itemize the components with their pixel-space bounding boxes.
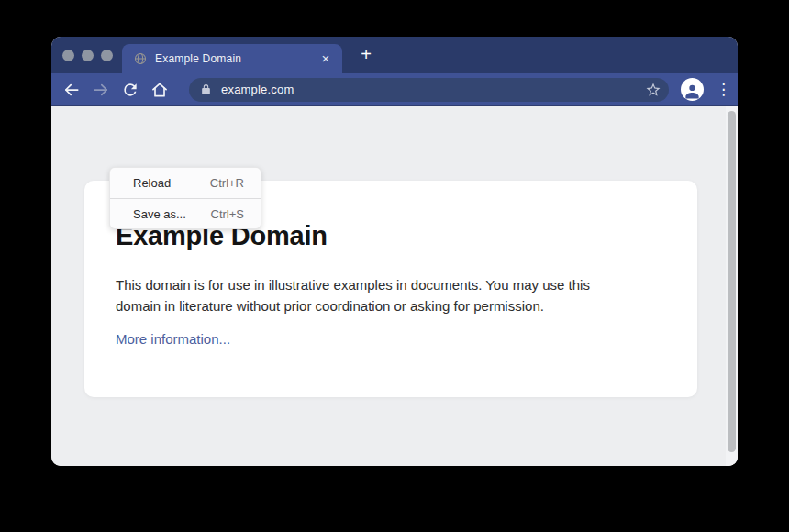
profile-avatar-button[interactable] [681, 78, 704, 101]
maximize-window-button[interactable] [101, 50, 113, 61]
home-icon[interactable] [150, 81, 169, 99]
paragraph-line: domain in literature without prior coord… [116, 295, 666, 316]
browser-toolbar: example.com ⋮ [51, 73, 738, 106]
scrollbar-thumb[interactable] [728, 111, 736, 452]
lock-icon [200, 83, 212, 95]
scrollbar-track[interactable] [726, 106, 738, 466]
context-menu-item-save-as[interactable]: Save as... Ctrl+S [110, 198, 261, 228]
new-tab-button[interactable]: + [356, 43, 376, 67]
page-viewport: Example Domain This domain is for use in… [51, 106, 738, 466]
window-controls [62, 37, 113, 73]
minimize-window-button[interactable] [82, 50, 94, 61]
reload-icon[interactable] [121, 81, 139, 99]
page-paragraph: This domain is for use in illustrative e… [116, 274, 666, 316]
tab-favicon-globe-icon [134, 52, 147, 65]
screenshot-stage: Example Domain × + example [0, 0, 789, 532]
address-bar[interactable]: example.com [189, 78, 669, 102]
menu-item-label: Reload [133, 176, 171, 190]
browser-menu-icon[interactable]: ⋮ [716, 82, 728, 97]
menu-item-shortcut: Ctrl+S [211, 207, 244, 221]
tab-strip: Example Domain × + [51, 37, 738, 73]
browser-window: Example Domain × + example [51, 37, 738, 466]
menu-item-shortcut: Ctrl+R [210, 176, 244, 190]
paragraph-line: This domain is for use in illustrative e… [116, 274, 666, 295]
context-menu: Reload Ctrl+R Save as... Ctrl+S [109, 167, 261, 229]
context-menu-item-reload[interactable]: Reload Ctrl+R [110, 168, 261, 198]
close-tab-icon[interactable]: × [318, 51, 333, 66]
menu-item-label: Save as... [133, 207, 186, 221]
tab-example-domain[interactable]: Example Domain × [122, 44, 342, 73]
tab-title: Example Domain [155, 52, 318, 65]
url-text: example.com [221, 83, 645, 96]
bookmark-star-icon[interactable] [645, 82, 661, 98]
person-icon [683, 83, 701, 100]
forward-icon[interactable] [92, 81, 110, 99]
back-icon[interactable] [62, 81, 81, 99]
more-information-link[interactable]: More information... [116, 331, 230, 347]
close-window-button[interactable] [62, 50, 74, 61]
